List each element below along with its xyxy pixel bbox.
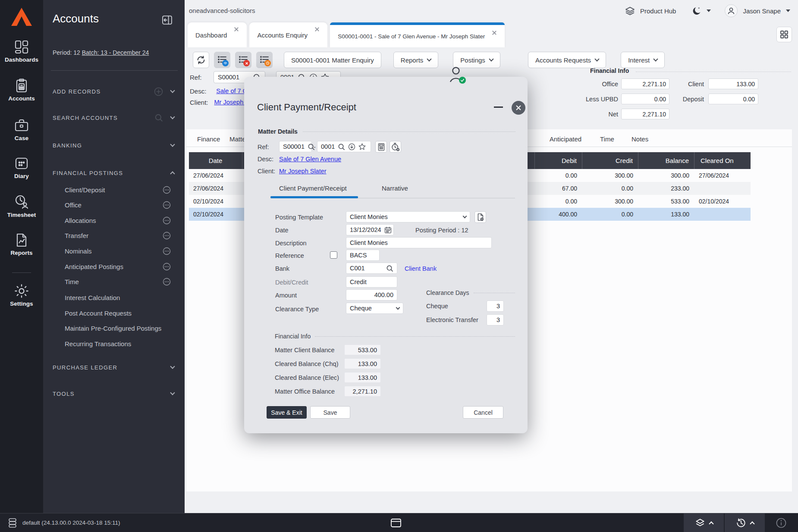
layout-grid-button[interactable] bbox=[776, 27, 792, 42]
dialog-client-link[interactable]: Mr Joseph Slater bbox=[279, 168, 327, 175]
sidebar-item-time[interactable]: Time bbox=[65, 275, 178, 288]
chevron-up-icon[interactable] bbox=[170, 171, 175, 176]
sidebar-group-purchase-ledger[interactable]: PURCHASE LEDGER bbox=[53, 362, 178, 373]
chevron-down-icon[interactable] bbox=[170, 142, 175, 147]
reference-input[interactable]: BACS bbox=[346, 250, 380, 261]
search-icon[interactable] bbox=[386, 265, 393, 272]
star-icon[interactable] bbox=[358, 143, 366, 150]
sidebar-item-recurring-transactions[interactable]: Recurring Transactions bbox=[65, 338, 178, 350]
rail-item-timesheet[interactable]: Timesheet bbox=[0, 194, 43, 218]
history-panel-button[interactable] bbox=[725, 513, 765, 532]
search-icon[interactable] bbox=[154, 113, 163, 122]
chevron-down-icon[interactable] bbox=[170, 364, 175, 369]
sidebar-group-tools[interactable]: TOOLS bbox=[53, 388, 178, 399]
circle-down-arrow-icon[interactable] bbox=[348, 143, 355, 150]
subtab-anticipated[interactable]: Anticipated bbox=[550, 135, 581, 143]
dialog-matter-desc-link[interactable]: Sale of 7 Glen Avenue bbox=[279, 156, 341, 163]
close-icon[interactable] bbox=[512, 101, 525, 115]
dialog-subref-input[interactable]: 0001 bbox=[317, 141, 371, 152]
sidebar-item-client-deposit[interactable]: Client/Deposit bbox=[65, 184, 178, 196]
user-caret-icon[interactable] bbox=[786, 9, 790, 12]
collapse-panel-icon[interactable] bbox=[162, 15, 173, 25]
reports-dropdown[interactable]: Reports bbox=[393, 52, 439, 68]
ellipsis-menu-icon[interactable] bbox=[163, 263, 171, 271]
close-tab-icon[interactable] bbox=[234, 27, 239, 32]
sidebar-group-financial-postings[interactable]: FINANCIAL POSTINGS bbox=[53, 167, 178, 178]
dialog-tab-client-payment-receipt[interactable]: Client Payment/Receipt bbox=[279, 185, 347, 192]
product-hub-label[interactable]: Product Hub bbox=[640, 7, 676, 15]
tab-matter[interactable]: S00001-0001 - Sale of 7 Glen Avenue - Mr… bbox=[330, 22, 505, 47]
refresh-button[interactable] bbox=[193, 52, 209, 68]
sidebar-item-office[interactable]: Office bbox=[65, 199, 178, 211]
posting-template-select[interactable]: Client Monies bbox=[346, 211, 470, 222]
cancel-button[interactable]: Cancel bbox=[463, 406, 503, 419]
ellipsis-menu-icon[interactable] bbox=[163, 232, 171, 240]
save-exit-button[interactable]: Save & Exit bbox=[267, 406, 307, 419]
minimize-icon[interactable] bbox=[494, 106, 503, 108]
sidebar-item-post-account-requests[interactable]: Post Account Requests bbox=[65, 307, 178, 319]
subtab-time[interactable]: Time bbox=[600, 135, 614, 143]
rail-item-settings[interactable]: Settings bbox=[0, 284, 43, 307]
product-hub-layers-icon[interactable] bbox=[625, 6, 635, 16]
cheque-days-input[interactable]: 3 bbox=[487, 300, 504, 312]
user-avatar-icon[interactable] bbox=[725, 4, 738, 17]
calculator-icon[interactable] bbox=[375, 141, 387, 153]
sidebar-group-add-records[interactable]: ADD RECORDS bbox=[53, 86, 178, 97]
deposit-field[interactable]: 0.00 bbox=[708, 94, 758, 104]
window-icon[interactable] bbox=[390, 518, 402, 528]
rail-item-reports[interactable]: Reports bbox=[0, 233, 43, 256]
electronic-transfer-days-input[interactable]: 3 bbox=[487, 314, 504, 325]
calendar-icon[interactable] bbox=[384, 226, 392, 234]
user-name[interactable]: Jason Snape bbox=[743, 7, 781, 15]
amount-input[interactable]: 400.00 bbox=[346, 289, 397, 300]
sidebar-item-allocations[interactable]: Allocations bbox=[65, 214, 178, 226]
stopwatch-add-icon[interactable] bbox=[390, 141, 401, 153]
stack-panel-button[interactable] bbox=[684, 513, 724, 532]
sidebar-group-search-accounts[interactable]: SEARCH ACCOUNTS bbox=[53, 112, 178, 123]
sidebar-group-banking[interactable]: BANKING bbox=[53, 140, 178, 151]
matter-enquiry-button[interactable]: S00001-0001 Matter Enquiry bbox=[284, 52, 381, 68]
batch-link[interactable]: Batch: 13 - December 24 bbox=[82, 49, 149, 56]
theme-caret-icon[interactable] bbox=[707, 9, 711, 12]
clearance-type-select[interactable]: Cheque bbox=[346, 303, 403, 314]
rail-item-diary[interactable]: Diary bbox=[0, 156, 43, 179]
ellipsis-menu-icon[interactable] bbox=[163, 201, 171, 209]
posting-list-cancel-button[interactable] bbox=[235, 52, 251, 68]
accounts-requests-dropdown[interactable]: Accounts Requests bbox=[528, 52, 606, 68]
date-input[interactable]: 13/12/2024 bbox=[346, 224, 394, 235]
posting-list-pending-button[interactable] bbox=[256, 52, 273, 68]
chevron-down-icon[interactable] bbox=[170, 390, 175, 395]
tab-dashboard[interactable]: Dashboard bbox=[188, 22, 247, 47]
save-button[interactable]: Save bbox=[310, 406, 350, 419]
subtab-notes[interactable]: Notes bbox=[631, 135, 648, 143]
sidebar-item-maintain-pre-configured-postings[interactable]: Maintain Pre-Configured Postings bbox=[65, 322, 178, 334]
sidebar-item-anticipated-postings[interactable]: Anticipated Postings bbox=[65, 260, 178, 272]
plus-circle-icon[interactable] bbox=[154, 87, 163, 96]
new-template-icon[interactable] bbox=[474, 211, 486, 223]
sidebar-item-interest-calculation[interactable]: Interest Calculation bbox=[65, 291, 178, 304]
ellipsis-menu-icon[interactable] bbox=[163, 216, 171, 225]
description-input[interactable]: Client Monies bbox=[346, 237, 492, 248]
client-balance-field[interactable]: 133.00 bbox=[708, 78, 758, 89]
bank-input[interactable]: C001 bbox=[346, 263, 397, 274]
posting-list-audit-button[interactable] bbox=[214, 52, 230, 68]
chevron-down-icon[interactable] bbox=[170, 114, 175, 119]
dialog-tab-narrative[interactable]: Narrative bbox=[382, 185, 408, 192]
ellipsis-menu-icon[interactable] bbox=[163, 247, 171, 255]
subtab-finance[interactable]: Finance bbox=[197, 135, 220, 143]
ellipsis-menu-icon[interactable] bbox=[163, 278, 171, 286]
dialog-ref-input[interactable]: S00001 bbox=[279, 141, 312, 152]
net-balance-field[interactable]: 2,271.10 bbox=[621, 109, 669, 119]
sidebar-item-transfer[interactable]: Transfer bbox=[65, 229, 178, 241]
tab-accounts-enquiry[interactable]: Accounts Enquiry bbox=[249, 22, 327, 47]
close-tab-icon[interactable] bbox=[492, 30, 497, 35]
theme-moon-icon[interactable] bbox=[692, 6, 701, 16]
search-icon[interactable] bbox=[338, 143, 345, 150]
client-bank-link[interactable]: Client Bank bbox=[405, 265, 437, 272]
interest-dropdown[interactable]: Interest bbox=[621, 52, 665, 68]
close-tab-icon[interactable] bbox=[314, 27, 320, 32]
rail-item-accounts[interactable]: Accounts bbox=[0, 78, 43, 102]
rail-item-dashboards[interactable]: Dashboards bbox=[0, 40, 43, 63]
ellipsis-menu-icon[interactable] bbox=[163, 186, 171, 194]
rail-item-case[interactable]: Case bbox=[0, 118, 43, 141]
